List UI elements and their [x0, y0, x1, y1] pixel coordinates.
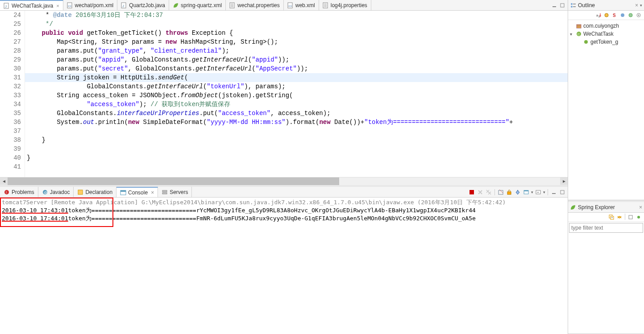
- outline-tree[interactable]: com.cuiyongzh▾CWeChatTaskgetToken_g: [568, 20, 644, 48]
- close-tab-button[interactable]: ×: [56, 3, 59, 8]
- link-with-editor-button[interactable]: [616, 214, 623, 221]
- svg-line-35: [499, 190, 503, 193]
- outline-item[interactable]: com.cuiyongzh: [569, 22, 643, 30]
- sort-button[interactable]: az: [595, 12, 602, 19]
- editor-tab[interactable]: wechat.properties: [226, 0, 284, 10]
- spring-explorer-toolbar: [568, 213, 644, 222]
- hide-static-button[interactable]: S: [611, 12, 618, 19]
- hide-local-button[interactable]: [627, 12, 634, 19]
- code-line[interactable]: GlobalConstants.interfaceUrlProperties.p…: [25, 109, 568, 118]
- tab-label: web.xml: [295, 2, 315, 8]
- spring-filter-input[interactable]: [569, 223, 643, 233]
- minimize-view-button[interactable]: [550, 189, 557, 196]
- scroll-lock-button[interactable]: [506, 189, 513, 196]
- line-number-gutter: 242526272829303132333435363738394041: [0, 11, 25, 177]
- view-tab-label: Declaration: [85, 189, 112, 195]
- outline-item[interactable]: getToken_g: [569, 38, 643, 46]
- code-content[interactable]: * @date 2016年3月10日 下午2:04:37 */ public v…: [25, 11, 568, 177]
- properties-file-icon: [229, 2, 236, 8]
- code-line[interactable]: params.put("secret", GlobalConstants.get…: [25, 64, 568, 73]
- remove-all-button[interactable]: [485, 189, 492, 196]
- outline-toolbar: az S: [568, 11, 644, 20]
- editor-tab[interactable]: JWeChatTask.java×: [0, 0, 63, 10]
- editor-tab[interactable]: spring-quartz.xml: [169, 0, 226, 10]
- editor-tab[interactable]: log4j.properties: [319, 0, 371, 10]
- svg-rect-16: [553, 6, 556, 7]
- terminate-button[interactable]: [468, 189, 475, 196]
- collapse-all-button[interactable]: [608, 214, 615, 221]
- code-line[interactable]: }: [25, 153, 568, 162]
- hide-fields-button[interactable]: [603, 12, 610, 19]
- outline-item[interactable]: ▾CWeChatTask: [569, 30, 643, 38]
- maximize-editor-button[interactable]: [559, 2, 566, 9]
- properties-file-icon: [323, 2, 329, 8]
- code-line[interactable]: System.out.println(new SimpleDateFormat(…: [25, 118, 568, 127]
- svg-text:@: @: [44, 190, 47, 194]
- view-tab-label: Problems: [12, 189, 34, 195]
- tree-twisty[interactable]: ▾: [570, 32, 574, 37]
- editor-tab-bar: JWeChatTask.java×<>wechat/pom.xmlJQuartz…: [0, 0, 568, 11]
- code-line[interactable]: * @date 2016年3月10日 下午2:04:37: [25, 11, 568, 20]
- code-line[interactable]: [25, 162, 568, 171]
- code-line[interactable]: String access_token = JSONObject.fromObj…: [25, 91, 568, 100]
- clear-console-button[interactable]: [497, 189, 504, 196]
- editor-tab[interactable]: <>wechat/pom.xml: [63, 0, 118, 10]
- close-view-button[interactable]: ×: [151, 190, 154, 196]
- console-timestamp: 2016-03-10 17:44:01: [2, 215, 68, 222]
- close-outline-button[interactable]: ×: [635, 2, 638, 8]
- console-line[interactable]: 2016-03-10 17:43:01token为===============…: [2, 206, 566, 214]
- outline-title: Outline: [578, 2, 633, 8]
- focus-button[interactable]: [635, 12, 642, 19]
- xml-file-icon: <>: [67, 2, 73, 8]
- code-line[interactable]: params.put("appid", GlobalConstants.getI…: [25, 55, 568, 64]
- code-line[interactable]: params.put("grant_type", "client_credent…: [25, 46, 568, 55]
- bottom-view-tab[interactable]: Console×: [116, 187, 158, 197]
- javadoc-icon: @: [42, 189, 48, 195]
- bottom-view-tab[interactable]: !Problems: [0, 187, 38, 197]
- console-output[interactable]: tomcat7Server [Remote Java Application] …: [0, 198, 568, 334]
- bottom-view-tab[interactable]: @Javadoc: [38, 187, 74, 197]
- view-tab-label: Javadoc: [50, 189, 70, 195]
- editor-tab[interactable]: JQuartzJob.java: [117, 0, 169, 10]
- minimize-editor-button[interactable]: [551, 2, 558, 9]
- editor-tab[interactable]: <>web.xml: [284, 0, 319, 10]
- open-console-button[interactable]: +: [535, 189, 542, 196]
- servers-icon: [162, 189, 168, 195]
- console-launch-header: tomcat7Server [Remote Java Application] …: [2, 198, 566, 206]
- svg-rect-38: [524, 190, 528, 191]
- outline-view-menu[interactable]: ▾: [640, 3, 642, 8]
- display-selected-console-button[interactable]: [523, 189, 530, 196]
- code-line[interactable]: "access_token"); // 获取到token并赋值保存: [25, 100, 568, 109]
- svg-point-51: [621, 13, 624, 17]
- code-line[interactable]: [25, 127, 568, 136]
- remove-launch-button[interactable]: [477, 189, 484, 196]
- bottom-view-tab[interactable]: Declaration: [74, 187, 116, 197]
- console-toolbar: ▾ + ▾: [466, 189, 568, 196]
- scroll-thumb[interactable]: [8, 177, 339, 185]
- tab-label: WeChatTask.java: [12, 3, 53, 9]
- hide-non-public-button[interactable]: [619, 12, 626, 19]
- scroll-left-button[interactable]: ◂: [0, 177, 8, 185]
- spring-refresh-button[interactable]: [635, 214, 642, 221]
- code-line[interactable]: [25, 144, 568, 153]
- code-line[interactable]: GlobalConstants.getInterfaceUrl("tokenUr…: [25, 82, 568, 91]
- pin-console-button[interactable]: [514, 189, 521, 196]
- svg-rect-17: [561, 4, 564, 7]
- editor-horizontal-scrollbar[interactable]: ◂ ▸: [0, 177, 568, 185]
- console-line[interactable]: 2016-03-10 17:44:01token为===============…: [2, 214, 566, 223]
- svg-rect-27: [469, 190, 474, 194]
- code-line[interactable]: String jstoken = HttpUtils.sendGet(: [25, 73, 568, 82]
- scroll-track[interactable]: [8, 177, 560, 185]
- code-line[interactable]: */: [25, 20, 568, 29]
- code-line[interactable]: Map<String, String> params = new HashMap…: [25, 37, 568, 46]
- code-editor[interactable]: 242526272829303132333435363738394041 * @…: [0, 11, 568, 177]
- code-line[interactable]: public void getToken_getTicket() throws …: [25, 29, 568, 37]
- bottom-view-tab[interactable]: Servers: [158, 187, 192, 197]
- code-line[interactable]: }: [25, 136, 568, 144]
- close-spring-explorer-button[interactable]: ×: [639, 204, 642, 210]
- tab-label: spring-quartz.xml: [181, 2, 222, 8]
- maximize-view-button[interactable]: [559, 189, 566, 196]
- spring-filter-button[interactable]: [627, 214, 634, 221]
- scroll-right-button[interactable]: ▸: [560, 177, 568, 185]
- outline-icon: [570, 2, 576, 8]
